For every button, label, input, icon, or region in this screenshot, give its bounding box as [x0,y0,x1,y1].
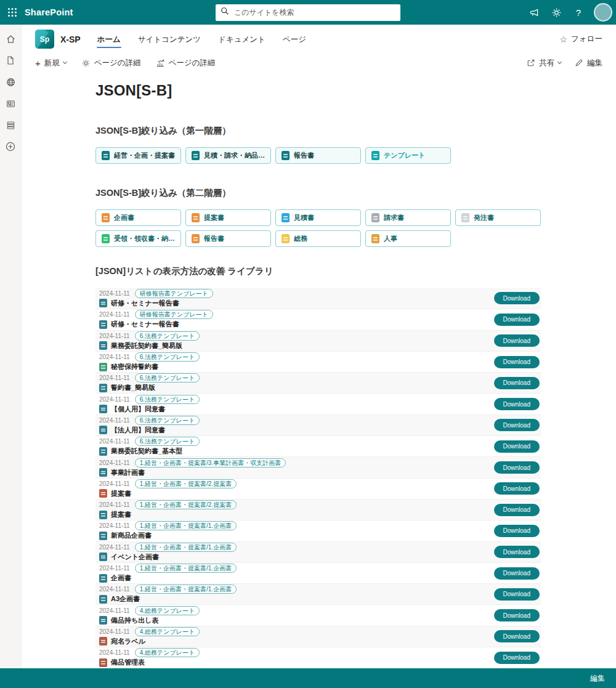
document-name[interactable]: 業務委託契約書_簡易版 [111,341,182,350]
document-name[interactable]: 事業計画書 [111,468,145,477]
filter-button[interactable]: 人事 [365,230,451,247]
download-button[interactable]: Download [494,461,540,474]
download-button[interactable]: Download [494,652,540,664]
site-search[interactable] [216,4,400,21]
footer-bar: 編集 [0,668,616,688]
library-row: 2024-11-114.総務テンプレート宛名ラベルDownload [95,626,541,647]
brand-title[interactable]: SharePoint [25,7,73,17]
download-button[interactable]: Download [494,398,540,410]
nav-tab-0[interactable]: ホーム [97,26,121,52]
nav-tab-3[interactable]: ページ [282,26,307,52]
library-row: 2024-11-114.総務テンプレート備品持ち出し表Download [95,604,541,625]
document-name[interactable]: 研修・セミナー報告書 [111,320,179,329]
document-name[interactable]: 【個人用】同意書 [111,405,165,414]
news-icon[interactable] [5,98,16,109]
download-button[interactable]: Download [494,588,540,601]
document-name[interactable]: 宛名ラベル [111,637,145,646]
filter-button[interactable]: 報告書 [275,147,361,164]
nav-tab-1[interactable]: サイトコンテンツ [137,26,201,52]
row-date: 2024-11-11 [99,417,130,424]
download-button[interactable]: Download [494,482,540,495]
layer1-heading: JSON[S-B]絞り込み（第一階層） [95,125,542,137]
page-details-button[interactable]: ページの詳細 [81,58,141,68]
library-icon[interactable] [5,119,16,131]
filter-button[interactable]: 報告書 [185,230,271,247]
filter-button[interactable]: テンプレート [365,147,451,164]
document-name[interactable]: 業務委託契約書_基本型 [111,447,182,456]
library-row: 2024-11-11研修報告書テンプレート研修・セミナー報告書Download [95,288,541,309]
download-button[interactable]: Download [494,525,540,537]
document-name[interactable]: 秘密保持誓約書 [111,362,158,371]
filter-button[interactable]: 見積・請求・納品・受領・... [185,147,271,164]
filter-button[interactable]: 発注書 [455,209,541,226]
document-name[interactable]: 提案書 [111,510,131,519]
filter-button[interactable]: 経営・企画・提案書 [95,147,181,164]
site-title[interactable]: X-SP [60,34,81,44]
page-analytics-button[interactable]: ページの詳細 [156,58,216,68]
filter-button[interactable]: 企画書 [95,209,181,226]
filter-button[interactable]: 総務 [275,230,361,247]
filter-button-label: 受領・領収書・納品書 [114,234,175,243]
document-name[interactable]: A3企画書 [111,594,140,604]
new-button[interactable]: + 新規 [35,58,67,68]
filter-button[interactable]: 請求書 [365,209,451,226]
nav-tab-2[interactable]: ドキュメント [217,26,266,52]
download-button[interactable]: Download [494,630,540,642]
document-name[interactable]: 提案書 [111,489,131,498]
home-icon[interactable] [5,33,16,44]
download-button[interactable]: Download [494,609,540,621]
footer-edit-button[interactable]: 編集 [590,673,605,684]
document-name[interactable]: 【法人用】同意書 [111,426,165,435]
search-input[interactable] [234,8,395,17]
download-button[interactable]: Download [494,419,540,431]
settings-icon[interactable] [551,7,562,18]
row-category-badge: 研修報告書テンプレート [135,310,213,319]
word-file-icon [99,341,107,350]
row-date: 2024-11-11 [99,333,130,339]
download-button[interactable]: Download [494,546,540,558]
share-button[interactable]: 共有 [527,58,561,68]
download-button[interactable]: Download [494,440,540,453]
filter-button-label: 見積・請求・納品・受領・... [204,151,265,160]
row-date: 2024-11-11 [99,459,130,466]
row-date: 2024-11-11 [99,544,130,551]
download-button[interactable]: Download [494,504,540,516]
file-icon[interactable] [5,55,16,66]
filter-button[interactable]: 見積書 [275,209,361,226]
row-category-badge: 1.経営・企画書・提案書/1.企画書 [135,585,237,594]
filter-button-label: 提案書 [204,213,224,222]
report-icon [282,151,290,160]
row-date: 2024-11-11 [99,628,130,635]
help-icon[interactable]: ? [573,7,584,18]
globe-icon[interactable] [5,76,16,87]
download-button[interactable]: Download [494,334,540,347]
filter-button[interactable]: 受領・領収書・納品書 [95,230,181,247]
megaphone-icon[interactable] [529,7,540,18]
follow-button[interactable]: ☆ フォロー [560,34,602,44]
document-name[interactable]: 備品持ち出し表 [111,616,159,625]
star-icon: ☆ [560,34,568,44]
document-name[interactable]: 誓約書_簡易版 [111,383,155,392]
page-title: JSON[S-B] [95,82,542,99]
app-launcher-icon[interactable] [0,0,25,25]
row-date: 2024-11-11 [99,480,130,487]
library-row: 2024-11-116.法務テンプレート誓約書_簡易版Download [95,372,541,393]
download-button[interactable]: Download [494,314,540,326]
download-button[interactable]: Download [494,292,540,304]
add-circle-icon[interactable] [5,141,16,152]
download-button[interactable]: Download [494,356,540,368]
command-bar: + 新規 ページの詳細 ページの詳細 [22,54,616,72]
document-name[interactable]: 新商品企画書 [111,531,152,540]
download-button[interactable]: Download [494,567,540,580]
filter-button[interactable]: 提案書 [185,209,271,226]
chevron-down-icon [63,60,67,64]
download-button[interactable]: Download [494,377,540,389]
document-name[interactable]: 研修・セミナー報告書 [111,299,179,308]
document-name[interactable]: イベント企画書 [111,552,159,562]
edit-button[interactable]: 編集 [575,58,602,68]
avatar[interactable] [595,4,611,20]
site-logo[interactable]: Sp [35,30,54,49]
word-file-icon [99,552,107,561]
document-name[interactable]: 企画書 [111,573,131,583]
document-name[interactable]: 備品管理表 [111,658,145,667]
